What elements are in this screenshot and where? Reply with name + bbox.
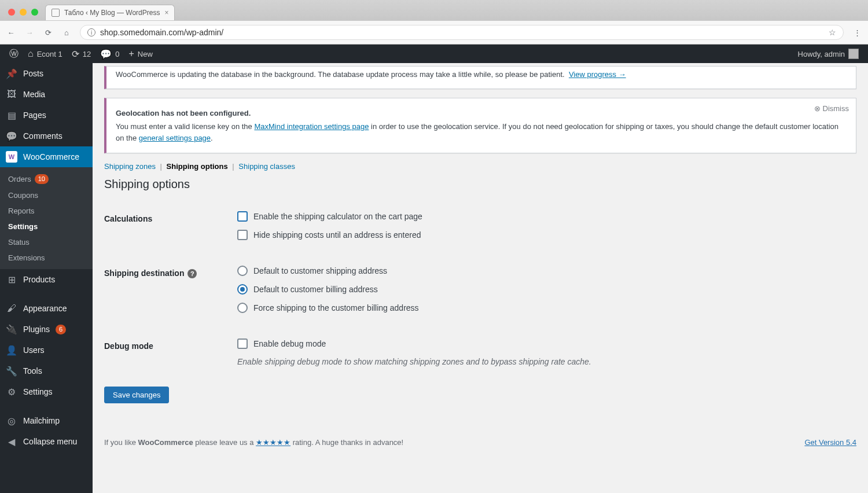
orders-badge: 10 [35,174,49,184]
maxmind-link[interactable]: MaxMind integration settings page [254,122,369,131]
plugins-badge: 6 [56,325,66,334]
tab-bar: Табло ‹ My Blog — WordPress × [0,0,868,21]
menu-comments[interactable]: 💬Comments [0,126,93,146]
comment-icon: 💬 [6,130,17,142]
radio-dest-billing[interactable] [237,284,248,295]
menu-products[interactable]: ⊞Products [0,269,93,290]
submenu-coupons[interactable]: Coupons [0,187,93,203]
label-debug-mode: Debug mode [104,330,231,375]
pin-icon: 📌 [6,68,17,79]
site-info-icon[interactable]: i [87,28,95,36]
submenu-extensions[interactable]: Extensions [0,250,93,266]
save-button[interactable]: Save changes [104,387,169,403]
comments-link[interactable]: 💬0 [95,45,124,63]
menu-mailchimp[interactable]: ◎Mailchimp [0,410,93,431]
submenu-status[interactable]: Status [0,234,93,250]
avatar [848,49,859,59]
checkbox-hide-costs[interactable] [237,230,248,240]
howdy-link[interactable]: Howdy, admin [793,45,863,63]
woocommerce-submenu: Orders10 Coupons Reports Settings Status… [0,167,93,269]
plugin-icon: 🔌 [6,323,17,335]
dismiss-icon: ⊗ [814,104,821,113]
updates-link[interactable]: ⟳12 [67,45,95,63]
rating-stars-link[interactable]: ★★★★★ [256,438,290,447]
footer-rating-text: If you like WooCommerce please leave us … [104,438,403,447]
general-settings-link[interactable]: general settings page [139,134,211,142]
shipping-subtabs: Shipping zones | Shipping options | Ship… [104,162,856,171]
menu-users[interactable]: 👤Users [0,340,93,360]
checkbox-enable-calculator[interactable] [237,211,248,222]
menu-posts[interactable]: 📌Posts [0,63,93,84]
maximize-window-icon[interactable] [31,9,38,16]
page-icon: ▤ [6,109,17,121]
get-version-link[interactable]: Get Version 5.4 [804,438,856,447]
minimize-window-icon[interactable] [20,9,27,16]
media-icon: 🖾 [6,89,17,100]
close-tab-icon[interactable]: × [164,9,168,17]
mailchimp-icon: ◎ [6,415,17,426]
menu-icon[interactable]: ⋮ [852,27,862,38]
submenu-orders[interactable]: Orders10 [0,171,93,187]
bookmark-star-icon[interactable]: ☆ [829,28,836,37]
close-window-icon[interactable] [8,9,15,16]
tab-shipping-options[interactable]: Shipping options [167,162,228,171]
tab-title: Табло ‹ My Blog — WordPress [64,9,160,17]
brush-icon: 🖌 [6,303,17,314]
back-icon[interactable]: ← [6,27,16,38]
row-debug-enable[interactable]: Enable debug mode [237,339,851,349]
page-icon [52,9,60,17]
menu-tools[interactable]: 🔧Tools [0,360,93,381]
window-controls [8,9,38,16]
woocommerce-icon: W [6,151,17,163]
row-hide-costs[interactable]: Hide shipping costs until an address is … [237,230,851,240]
row-dest-force[interactable]: Force shipping to the customer billing a… [237,303,851,313]
menu-plugins[interactable]: 🔌Plugins6 [0,319,93,340]
admin-sidebar: 📌Posts 🖾Media ▤Pages 💬Comments WWooComme… [0,63,93,493]
help-tip-icon[interactable]: ? [187,269,197,278]
tab-shipping-zones[interactable]: Shipping zones [104,162,156,171]
dismiss-button[interactable]: ⊗Dismiss [814,104,849,113]
url-text: shop.somedomain.com/wp-admin/ [100,28,223,37]
radio-dest-force[interactable] [237,303,248,313]
label-shipping-destination: Shipping destination? [104,257,231,330]
row-dest-shipping[interactable]: Default to customer shipping address [237,266,851,276]
checkbox-debug[interactable] [237,339,248,349]
view-progress-link[interactable]: View progress → [569,70,626,79]
page-title: Shipping options [104,178,856,191]
notice-title: Geolocation has not been configured. [116,109,251,117]
menu-collapse[interactable]: ◀Collapse menu [0,431,93,452]
settings-form: Calculations Enable the shipping calcula… [104,203,856,375]
debug-description: Enable shipping debug mode to show match… [237,357,851,366]
submenu-settings[interactable]: Settings [0,219,93,234]
row-dest-billing[interactable]: Default to customer billing address [237,284,851,295]
site-name-link[interactable]: ⌂Econt 1 [23,45,67,63]
tab-shipping-classes[interactable]: Shipping classes [238,162,295,171]
home-icon[interactable]: ⌂ [61,27,72,38]
notice-db-update: WooCommerce is updating the database in … [104,66,856,89]
menu-media[interactable]: 🖾Media [0,84,93,105]
browser-chrome: Табло ‹ My Blog — WordPress × ← → ⟳ ⌂ i … [0,0,868,45]
submenu-reports[interactable]: Reports [0,203,93,219]
notice-geolocation: ⊗Dismiss Geolocation has not been config… [104,98,856,154]
wp-logo[interactable]: ⓦ [5,45,23,63]
forward-icon: → [24,27,35,38]
user-icon: 👤 [6,344,17,356]
browser-tab[interactable]: Табло ‹ My Blog — WordPress × [45,5,175,20]
menu-woocommerce[interactable]: WWooCommerce [0,146,93,167]
reload-icon[interactable]: ⟳ [43,27,53,38]
notice-body: You must enter a valid license key on th… [116,121,847,144]
row-enable-calculator[interactable]: Enable the shipping calculator on the ca… [237,211,851,222]
wrench-icon: 🔧 [6,365,17,377]
url-input[interactable]: i shop.somedomain.com/wp-admin/ ☆ [80,25,844,40]
address-bar: ← → ⟳ ⌂ i shop.somedomain.com/wp-admin/ … [0,21,868,44]
new-content-link[interactable]: +New [124,45,157,63]
menu-pages[interactable]: ▤Pages [0,105,93,126]
footer: If you like WooCommerce please leave us … [104,438,856,447]
main-content: WooCommerce is updating the database in … [93,63,868,493]
radio-dest-shipping[interactable] [237,266,248,276]
menu-appearance[interactable]: 🖌Appearance [0,298,93,319]
sliders-icon: ⚙ [6,386,17,398]
label-calculations: Calculations [104,203,231,257]
wp-adminbar: ⓦ ⌂Econt 1 ⟳12 💬0 +New Howdy, admin [0,45,868,63]
menu-settings[interactable]: ⚙Settings [0,381,93,402]
